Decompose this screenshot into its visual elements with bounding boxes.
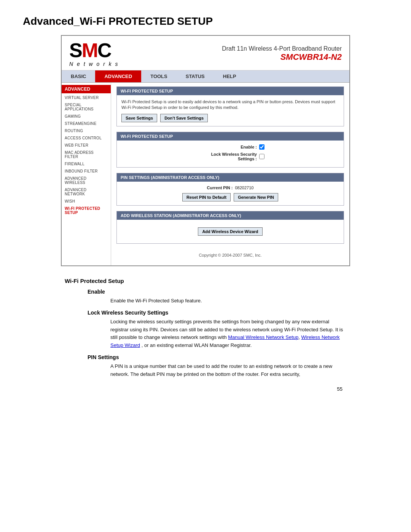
section-wps-info-body: Wi-Fi Protected Setup is used to easily … [117, 95, 344, 126]
nav-tools[interactable]: TOOLS [141, 70, 177, 82]
lock-para: Locking the wireless security settings p… [110, 318, 346, 350]
section-wps-settings: WI-FI PROTECTED SETUP Enable : Lock Wire… [116, 132, 344, 168]
lock-checkbox[interactable] [259, 154, 264, 159]
sidebar-item-advanced-network[interactable]: ADVANCED NETWORK [62, 186, 111, 198]
current-pin-row: Current PIN : 08202710 [121, 185, 339, 190]
page-number: 55 [65, 386, 346, 392]
save-settings-button[interactable]: Save Settings [121, 114, 157, 122]
sidebar-item-firewall[interactable]: FIREWALL [62, 160, 111, 168]
router-model: SMCWBR14-N2 [222, 52, 342, 62]
wps-info-description: Wi-Fi Protected Setup is used to easily … [121, 99, 339, 111]
logo-c: C [97, 39, 111, 61]
enable-row: Enable : [121, 144, 339, 150]
content-area: WI-FI PROTECTED SETUP Wi-Fi Protected Se… [111, 83, 349, 265]
router-header: SMC N e t w o r k s Draft 11n Wireless 4… [62, 36, 349, 70]
lock-subheading: Lock Wireless Security Settings [88, 310, 346, 316]
section-wps-settings-header: WI-FI PROTECTED SETUP [117, 132, 344, 141]
enable-label: Enable : [196, 145, 257, 149]
smc-logo-text: SMC [69, 40, 111, 60]
nav-advanced[interactable]: ADVANCED [95, 70, 141, 82]
router-description: Draft 11n Wireless 4-Port Broadband Rout… [222, 45, 342, 52]
dont-save-settings-button[interactable]: Don't Save Settings [160, 114, 208, 122]
sidebar-item-routing[interactable]: ROUTING [62, 127, 111, 134]
add-wireless-device-wizard-button[interactable]: Add Wireless Device Wizard [198, 227, 262, 236]
sidebar-item-mac-address-filter[interactable]: MAC ADDRESS FILTER [62, 149, 111, 160]
lock-row: Lock Wireless SecuritySettings : [121, 152, 339, 161]
smc-networks-label: N e t w o r k s [69, 61, 119, 67]
nav-status[interactable]: STATUS [177, 70, 214, 82]
logo-m: M [82, 39, 97, 61]
sidebar-item-special-applications[interactable]: SPECIAL APPLICATIONS [62, 101, 111, 113]
enable-para: Enable the Wi-Fi Protected Setup feature… [110, 297, 346, 305]
sidebar-item-wifi-protected-setup[interactable]: WI-FI PROTECTED SETUP [62, 205, 111, 216]
current-pin-value: 08202710 [235, 185, 253, 190]
lock-label: Lock Wireless SecuritySettings : [196, 152, 257, 161]
router-ui-box: SMC N e t w o r k s Draft 11n Wireless 4… [61, 35, 350, 266]
smc-logo: SMC N e t w o r k s [69, 40, 119, 67]
section-add-station: ADD WIRELESS STATION (ADMINISTRATOR ACCE… [116, 211, 344, 244]
section-add-station-header: ADD WIRELESS STATION (ADMINISTRATOR ACCE… [117, 211, 344, 220]
main-area: ADVANCED VIRTUAL SERVER SPECIAL APPLICAT… [62, 83, 349, 265]
pin-para: A PIN is a unique number that can be use… [110, 363, 346, 379]
pin-subheading: PIN Settings [88, 354, 346, 360]
sidebar-item-inbound-filter[interactable]: INBOUND FILTER [62, 168, 111, 175]
section-pin-header: PIN SETTINGS (ADMINISTRATOR ACCESS ONLY) [117, 173, 344, 182]
section-add-station-body: Add Wireless Device Wizard [117, 220, 344, 243]
nav-basic[interactable]: BASIC [62, 70, 95, 82]
sidebar-item-web-filter[interactable]: WEB FILTER [62, 142, 111, 149]
sidebar-item-gaming[interactable]: GAMING [62, 113, 111, 120]
description-section: Wi-Fi Protected Setup Enable Enable the … [61, 278, 350, 392]
section-wps-info: WI-FI PROTECTED SETUP Wi-Fi Protected Se… [116, 86, 344, 126]
section-wps-info-header: WI-FI PROTECTED SETUP [117, 87, 344, 95]
section-wps-settings-body: Enable : Lock Wireless SecuritySettings … [117, 141, 344, 167]
section-pin-settings: PIN SETTINGS (ADMINISTRATOR ACCESS ONLY)… [116, 173, 344, 206]
logo-s: S [69, 39, 82, 61]
pin-btn-row: Reset PIN to Default Generate New PIN [121, 193, 339, 201]
sidebar-item-wish[interactable]: WISH [62, 198, 111, 205]
current-pin-label: Current PIN : [207, 185, 233, 190]
sidebar-heading: ADVANCED [62, 85, 111, 93]
enable-checkbox[interactable] [259, 144, 264, 150]
reset-pin-button[interactable]: Reset PIN to Default [182, 193, 231, 201]
page-title: Advanced_Wi-Fi PROTECTED SETUP [23, 15, 388, 27]
sidebar-item-streamengine[interactable]: STREAMENGINE [62, 120, 111, 127]
copyright: Copyright © 2004-2007 SMC, Inc. [116, 249, 344, 260]
add-station-btn-row: Add Wireless Device Wizard [121, 224, 339, 240]
wps-info-btn-row: Save Settings Don't Save Settings [121, 114, 339, 122]
sidebar-item-virtual-server[interactable]: VIRTUAL SERVER [62, 94, 111, 101]
nav-help[interactable]: HELP [214, 70, 245, 82]
wps-main-heading: Wi-Fi Protected Setup [65, 278, 346, 284]
enable-control [259, 144, 264, 150]
manual-wireless-link[interactable]: Manual Wireless Network Setup [228, 334, 298, 340]
section-pin-body: Current PIN : 08202710 Reset PIN to Defa… [117, 182, 344, 205]
enable-subheading: Enable [88, 289, 346, 295]
nav-bar: BASIC ADVANCED TOOLS STATUS HELP [62, 70, 349, 83]
sidebar: ADVANCED VIRTUAL SERVER SPECIAL APPLICAT… [62, 83, 111, 265]
sidebar-item-advanced-wireless[interactable]: ADVANCED WIRELESS [62, 175, 111, 186]
lock-para-text2: , or an existing external WLAN Manager R… [142, 342, 252, 348]
router-model-info: Draft 11n Wireless 4-Port Broadband Rout… [222, 45, 342, 62]
lock-control [259, 154, 264, 159]
generate-pin-button[interactable]: Generate New PIN [234, 193, 278, 201]
sidebar-item-access-control[interactable]: ACCESS CONTROL [62, 134, 111, 142]
